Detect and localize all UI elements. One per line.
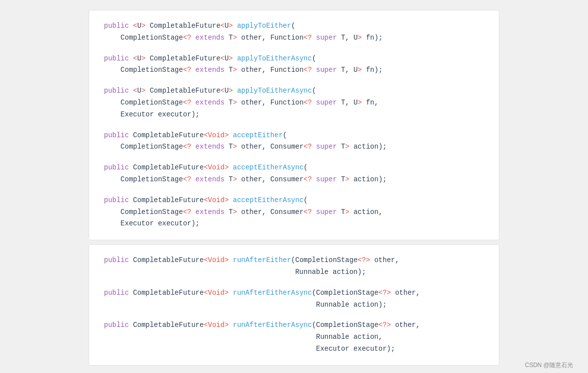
code-line: public CompletableFuture<Void> acceptEit… [104,162,484,174]
code-line: public CompletableFuture<Void> acceptEit… [104,130,484,142]
code-group-2: public <U> CompletableFuture<U> applyToE… [104,53,484,77]
code-line: CompletionStage<? extends T> other, Cons… [104,141,484,153]
code-line: CompletionStage<? extends T> other, Func… [104,97,484,109]
code-group-5: public CompletableFuture<Void> acceptEit… [104,162,484,186]
code-line: CompletionStage<? extends T> other, Cons… [104,207,484,218]
code-line: public <U> CompletableFuture<U> applyToE… [104,20,484,32]
code-line: Runnable action, [104,331,484,343]
code-group-6: public CompletableFuture<Void> acceptEit… [104,195,484,230]
code-group-1: public <U> CompletableFuture<U> applyToE… [104,20,484,44]
watermark: CSDN @随意石光 [525,361,573,370]
top-code-block: public <U> CompletableFuture<U> applyToE… [89,10,499,240]
code-line: public <U> CompletableFuture<U> applyToE… [104,85,484,97]
code-line: public CompletableFuture<Void> runAfterE… [104,287,484,299]
code-line: public <U> CompletableFuture<U> applyToE… [104,53,484,65]
code-group-7: public CompletableFuture<Void> runAfterE… [104,255,484,278]
code-group-4: public CompletableFuture<Void> acceptEit… [104,130,484,154]
code-group-8: public CompletableFuture<Void> runAfterE… [104,287,484,311]
bottom-code-block: public CompletableFuture<Void> runAfterE… [89,244,499,366]
code-line: CompletionStage<? extends T> other, Func… [104,32,484,44]
code-line: public CompletableFuture<Void> acceptEit… [104,195,484,207]
code-line: CompletionStage<? extends T> other, Func… [104,64,484,76]
code-line: public CompletableFuture<Void> runAfterE… [104,320,484,331]
code-line: Executor executor); [104,109,484,121]
code-line: Executor executor); [104,343,484,355]
code-group-3: public <U> CompletableFuture<U> applyToE… [104,85,484,120]
code-group-9: public CompletableFuture<Void> runAfterE… [104,320,484,355]
code-line: public CompletableFuture<Void> runAfterE… [104,255,484,266]
code-line: Runnable action); [104,299,484,311]
page-container: public <U> CompletableFuture<U> applyToE… [0,0,588,373]
code-line: Runnable action); [104,266,484,278]
code-line: Executor executor); [104,218,484,230]
code-line: CompletionStage<? extends T> other, Cons… [104,174,484,186]
